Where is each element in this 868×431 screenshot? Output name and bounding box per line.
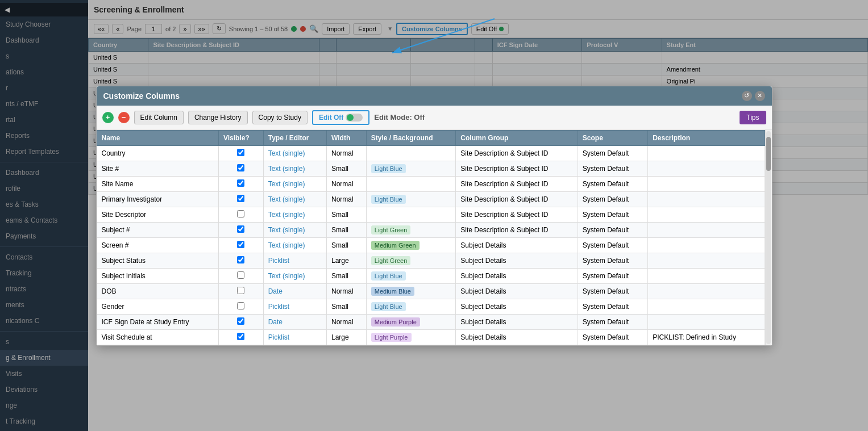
col-group: Subject Details	[456, 299, 578, 314]
col-name: Subject Status	[97, 253, 218, 268]
col-description	[648, 176, 765, 191]
col-name: Screen #	[97, 237, 218, 253]
col-type: Date	[263, 314, 326, 329]
edit-off-modal-button[interactable]: Edit Off	[312, 110, 369, 125]
modal-refresh-button[interactable]: ↺	[742, 91, 752, 101]
tips-button[interactable]: Tips	[740, 111, 766, 124]
col-visible[interactable]	[218, 299, 263, 314]
col-description	[648, 237, 765, 253]
edit-off-modal-label: Edit Off	[319, 114, 343, 122]
col-type: Picklist	[263, 253, 326, 268]
col-th-group: Column Group	[456, 130, 578, 145]
visible-checkbox[interactable]	[237, 256, 244, 263]
col-description	[648, 222, 765, 237]
edit-mode-label: Edit Mode: Off	[374, 113, 425, 122]
visible-checkbox[interactable]	[237, 149, 244, 156]
col-scope: System Default	[578, 253, 647, 268]
customize-columns-modal: Customize Columns ↺ ✕ + − Edit Column	[96, 86, 773, 346]
col-visible[interactable]	[218, 176, 263, 191]
col-group: Site Description & Subject ID	[456, 176, 578, 191]
copy-to-study-button[interactable]: Copy to Study	[252, 111, 308, 124]
col-th-name: Name	[97, 130, 218, 145]
col-type: Text (single)	[263, 191, 326, 207]
table-row: DOBDateNormalMedium BlueSubject DetailsS…	[97, 283, 765, 299]
col-visible[interactable]	[218, 207, 263, 222]
col-style: Light Green	[366, 253, 456, 268]
col-scope: System Default	[578, 191, 647, 207]
modal-table-wrap[interactable]: Name Visible? Type / Editor Width Style …	[97, 130, 765, 345]
remove-column-button[interactable]: −	[118, 112, 130, 123]
scrollbar-thumb	[766, 137, 771, 171]
col-type: Text (single)	[263, 145, 326, 161]
col-name: Country	[97, 145, 218, 161]
visible-checkbox[interactable]	[237, 302, 244, 309]
modal-header: Customize Columns ↺ ✕	[97, 86, 772, 106]
col-visible[interactable]	[218, 268, 263, 283]
col-description	[648, 299, 765, 314]
col-visible[interactable]	[218, 191, 263, 207]
col-name: Subject #	[97, 222, 218, 237]
col-name: Site Name	[97, 176, 218, 191]
col-name: Primary Investigator	[97, 191, 218, 207]
table-row: Subject #Text (single)SmallLight GreenSi…	[97, 222, 765, 237]
visible-checkbox[interactable]	[237, 210, 244, 217]
add-column-button[interactable]: +	[102, 112, 114, 123]
visible-checkbox[interactable]	[237, 241, 244, 248]
visible-checkbox[interactable]	[237, 164, 244, 171]
col-visible[interactable]	[218, 283, 263, 299]
col-visible[interactable]	[218, 222, 263, 237]
visible-checkbox[interactable]	[237, 333, 244, 340]
table-row: Site NameText (single)NormalSite Descrip…	[97, 176, 765, 191]
col-name: DOB	[97, 283, 218, 299]
col-type: Text (single)	[263, 268, 326, 283]
col-style: Light Blue	[366, 191, 456, 207]
col-visible[interactable]	[218, 314, 263, 329]
col-description	[648, 191, 765, 207]
col-width: Normal	[327, 314, 367, 329]
col-group: Subject Details	[456, 253, 578, 268]
col-description	[648, 207, 765, 222]
col-visible[interactable]	[218, 253, 263, 268]
visible-checkbox[interactable]	[237, 195, 244, 202]
svg-line-1	[392, 19, 495, 53]
col-visible[interactable]	[218, 161, 263, 176]
col-visible[interactable]	[218, 237, 263, 253]
col-scope: System Default	[578, 161, 647, 176]
visible-checkbox[interactable]	[237, 179, 244, 187]
col-description	[648, 253, 765, 268]
col-group: Site Description & Subject ID	[456, 207, 578, 222]
visible-checkbox[interactable]	[237, 271, 244, 279]
visible-checkbox[interactable]	[237, 225, 244, 233]
col-style: Medium Blue	[366, 283, 456, 299]
col-group: Subject Details	[456, 314, 578, 329]
change-history-button[interactable]: Change History	[188, 111, 248, 124]
modal-toolbar: + − Edit Column Change History Copy to S…	[97, 106, 772, 130]
col-visible[interactable]	[218, 145, 263, 161]
col-th-width: Width	[327, 130, 367, 145]
col-scope: System Default	[578, 207, 647, 222]
col-style: Light Purple	[366, 329, 456, 345]
modal-overlay: Customize Columns ↺ ✕ + − Edit Column	[0, 0, 868, 431]
arrow-annotation	[318, 16, 500, 61]
scrollbar[interactable]	[765, 130, 772, 345]
col-visible[interactable]	[218, 329, 263, 345]
col-th-type: Type / Editor	[263, 130, 326, 145]
col-width: Normal	[327, 145, 367, 161]
edit-column-button[interactable]: Edit Column	[134, 111, 184, 124]
table-row: Screen #Text (single)SmallMedium GreenSu…	[97, 237, 765, 253]
col-description	[648, 283, 765, 299]
col-name: Visit Schedule at	[97, 329, 218, 345]
table-row: Site #Text (single)SmallLight BlueSite D…	[97, 161, 765, 176]
col-name: Site #	[97, 161, 218, 176]
col-scope: System Default	[578, 176, 647, 191]
col-group: Subject Details	[456, 283, 578, 299]
visible-checkbox[interactable]	[237, 287, 244, 294]
col-group: Site Description & Subject ID	[456, 145, 578, 161]
col-type: Text (single)	[263, 161, 326, 176]
modal-close-buttons: ↺ ✕	[742, 91, 765, 101]
visible-checkbox[interactable]	[237, 317, 244, 325]
col-group: Subject Details	[456, 329, 578, 345]
modal-close-button[interactable]: ✕	[755, 91, 765, 101]
col-group: Subject Details	[456, 237, 578, 253]
col-type: Text (single)	[263, 237, 326, 253]
